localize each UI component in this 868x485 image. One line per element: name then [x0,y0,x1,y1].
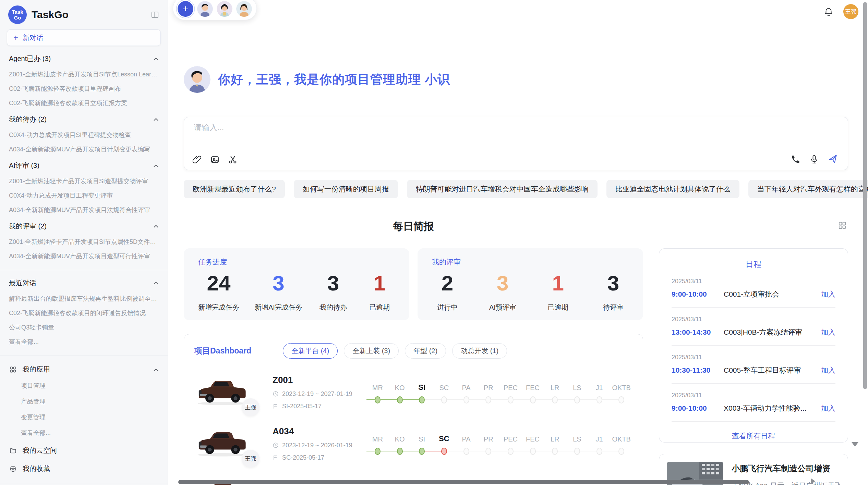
main-content: 你好，王强，我是你的项目管理助理 小识 [168,66,868,485]
agent-avatar-2[interactable] [217,1,232,17]
section-recent-chats[interactable]: 最近对话 [9,278,159,288]
sidebar-item-cloud-space[interactable]: 我的云空间 [9,446,159,455]
suggestion-chip[interactable]: 当下年轻人对汽车外观有怎样的喜好趋势 [748,180,868,198]
tab-new-platform[interactable]: 全新平台 (4) [283,343,338,359]
project-owner-badge: 王强 [242,398,260,416]
suggestion-chip[interactable]: 比亚迪全固态电池计划具体说了什么 [606,180,739,198]
app-item-project-mgmt[interactable]: 项目管理 [21,382,159,390]
milestone-track: MRKOSISCPAPRPECFECLRLSJ1OKTB [366,381,632,403]
sidebar-task-item[interactable]: C0X4-动力总成开发项目SI里程碑提交物检查 [9,132,159,138]
new-session-button[interactable]: + [178,1,193,17]
image-icon[interactable] [210,155,220,164]
phone-call-icon[interactable] [791,154,800,164]
milestone-pr: PR [477,381,499,403]
suggestion-chip[interactable]: 如何写一份清晰的项目周报 [294,180,398,198]
stat-new-completed: 24 新增完成任务 [198,271,239,312]
agent-avatar-1[interactable] [197,1,213,17]
apps-view-all[interactable]: 查看全部... [21,429,159,437]
new-chat-button[interactable]: + 新对话 [7,29,161,46]
section-my-review[interactable]: 我的评审 (2) [9,222,159,231]
recent-chat-item[interactable]: 公司Q3轻卡销量 [9,324,159,331]
milestone-si: SI [411,381,433,403]
milestone-lr: LR [544,432,566,455]
sidebar-task-item[interactable]: Z001-全新燃油轻卡产品开发项目SI造型提交物评审 [9,178,159,185]
sidebar-task-item[interactable]: A034-全新新能源MUV产品开发项目造型可行性评审 [9,253,159,260]
tab-model-year[interactable]: 年型 (2) [405,343,446,359]
notification-bell-icon[interactable] [823,7,834,17]
task-progress-card: 任务进度 24 新增完成任务 3 新增AI完成任务 [184,248,409,320]
scroll-right-arrow[interactable] [811,478,815,484]
join-link[interactable]: 加入 [821,327,835,337]
project-dates: 2023-12-19 ~ 2026-01-19 [273,442,364,449]
daily-brief-title: 每日简报 [184,220,643,234]
suggestion-chip[interactable]: 欧洲新规最近颁布了什么? [184,180,285,198]
my-review-card: 我的评审 2 进行中 3 AI预评审 [418,248,643,320]
scissors-icon[interactable] [228,155,238,164]
sidebar-header: Task Go TaskGo [8,5,159,24]
project-row[interactable]: 王强 Z001 2023-12-19 ~ 2027-01-19 [194,374,632,410]
user-avatar[interactable]: 王强 [843,4,858,19]
my-apps-label: 我的应用 [23,365,50,374]
milestone-pec: PEC [499,432,522,455]
tab-new-body[interactable]: 全新上装 (3) [344,343,399,359]
recent-chat-item[interactable]: 解释最新出台的欧盟报废车法规再生塑料比例被调至15%... [9,296,159,302]
chat-input[interactable] [193,123,839,133]
recent-chat-item[interactable]: C02-飞腾新能源轻客改款项目的闭环通告反馈情况 [9,310,159,316]
section-label: AI评审 (3) [9,161,39,170]
app-item-product-mgmt[interactable]: 产品管理 [21,397,159,406]
section-my-todo[interactable]: 我的待办 (2) [9,115,159,124]
divider [672,383,835,384]
join-link[interactable]: 加入 [821,403,835,413]
chevron-up-icon [153,118,159,121]
milestone-pa: PA [455,381,478,403]
microphone-icon[interactable] [809,154,819,164]
vertical-scrollbar[interactable] [863,2,867,389]
attachment-icon[interactable] [192,155,202,164]
chevron-up-icon [153,282,159,285]
tab-powertrain[interactable]: 动总开发 (1) [452,343,507,359]
milestone-pec: PEC [499,381,522,403]
sidebar-task-item[interactable]: Z001-全新燃油轻卡产品开发项目SI节点属性5D文件评审 [9,239,159,245]
agent-avatar-3[interactable] [236,1,252,17]
daily-brief-header: 每日简报 [184,220,848,231]
logo-line2: Go [14,15,21,21]
section-label: 我的评审 (2) [9,222,47,231]
sidebar-task-item[interactable]: C02-飞腾新能源轻客改款项目立项汇报方案 [9,100,159,107]
sidebar-task-item[interactable]: A034-全新新能源MUV产品开发项目法规符合性评审 [9,207,159,213]
section-agent-done[interactable]: Agent已办 (3) [9,54,159,63]
flag-icon [273,455,279,461]
project-image: 王强 [194,374,253,410]
card-title: 任务进度 [198,257,395,267]
assistant-avatar [184,66,210,93]
divider [672,307,835,308]
sidebar-item-my-apps[interactable]: 我的应用 [9,365,159,374]
sidebar-task-item[interactable]: C0X4-动力总成开发项目工程变更评审 [9,192,159,199]
view-all-schedules-link[interactable]: 查看所有日程 [672,431,835,441]
app-item-change-mgmt[interactable]: 变更管理 [21,413,159,421]
project-row[interactable]: 王强 A034 2023-12-19 ~ 2026-01-19 [194,426,632,461]
milestone-mr: MR [366,381,389,403]
join-link[interactable]: 加入 [821,289,835,299]
suggestion-chip[interactable]: 特朗普可能对进口汽车增税会对中国车企造成哪些影响 [407,180,598,198]
sidebar-task-item[interactable]: A034-全新新能源MUV产品开发项目计划变更表编写 [9,146,159,153]
sidebar-collapse-icon[interactable] [150,10,159,19]
event-name: C003|H0B-方案冻结评审 [724,327,821,337]
card-title: 我的评审 [432,257,629,267]
join-link[interactable]: 加入 [821,365,835,375]
divider [672,421,835,422]
sidebar-task-item[interactable]: C02-飞腾新能源轻客改款项目里程碑画布 [9,86,159,92]
layout-grid-icon[interactable] [838,221,847,231]
event-date: 2025/03/11 [672,392,835,399]
milestone-j1: J1 [588,381,611,403]
app-root: Task Go TaskGo + 新对话 Agent已办 (3) Z001-全新… [0,0,868,485]
horizontal-scrollbar[interactable] [178,480,749,484]
section-ai-review[interactable]: AI评审 (3) [9,161,159,170]
sidebar-item-favorites[interactable]: 我的收藏 [9,464,159,473]
sidebar-task-item[interactable]: Z001-全新燃油皮卡产品开发项目SI节点Lesson Learn报告 [9,71,159,78]
recent-chats-view-all[interactable]: 查看全部... [9,339,159,345]
milestone-sc: SC [433,381,455,403]
milestone-fec: FEC [522,432,544,455]
scroll-down-arrow[interactable] [852,442,858,447]
schedule-title: 日程 [672,259,835,270]
send-icon[interactable] [828,154,838,164]
